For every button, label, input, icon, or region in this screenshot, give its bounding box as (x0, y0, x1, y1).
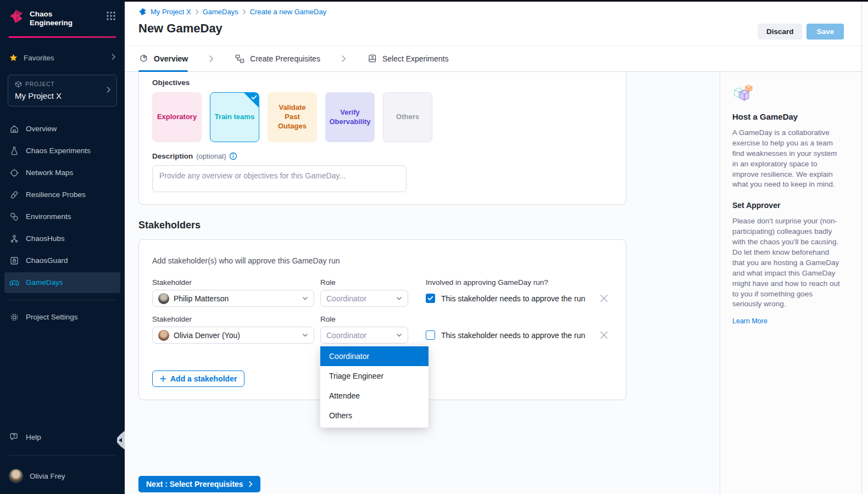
role-select-1[interactable]: Coordinator (320, 290, 408, 307)
app-grid-icon[interactable] (106, 9, 116, 23)
objectives-label: Objectives (152, 78, 613, 87)
sidebar-item-environments[interactable]: Environments (4, 206, 120, 227)
avatar (9, 469, 23, 483)
sidebar-item-help[interactable]: Help (4, 426, 120, 447)
role-option-coordinator[interactable]: Coordinator (320, 346, 429, 366)
stakeholder-select-1[interactable]: Philip Matterson (152, 290, 314, 307)
role-option-triage-engineer[interactable]: Triage Engineer (320, 366, 429, 386)
hexagon-gear-icon (138, 54, 149, 64)
tab-overview[interactable]: Overview (138, 46, 188, 71)
brand-accent-rule (9, 36, 116, 38)
favorites-row[interactable]: Favorites (0, 53, 125, 63)
approve-checkbox-2[interactable] (426, 330, 435, 340)
breadcrumb: My Project X GameDays Create a new GameD… (138, 8, 835, 16)
form-column: Objectives Exploratory Train teams Valid… (125, 72, 720, 494)
col-role: Role (320, 278, 426, 287)
chevron-right-icon (341, 55, 346, 63)
wizard-tabs: Overview Create Prerequisites Select Exp… (125, 46, 868, 72)
discard-button[interactable]: Discard (758, 24, 803, 40)
help-subtitle: Set Approver (732, 201, 843, 210)
role-select-2[interactable]: Coordinator (320, 327, 408, 344)
breadcrumb-project[interactable]: My Project X (151, 8, 191, 16)
stakeholder-row: Olivia Denver (You) Coordinator Coordina… (152, 327, 613, 344)
cubes-illustration-icon (732, 84, 754, 103)
divider (9, 300, 116, 300)
project-name: My Project X (15, 91, 110, 100)
sidebar-item-network-maps[interactable]: Network Maps (4, 162, 120, 183)
description-label-row: Description (optional) (152, 152, 613, 160)
sidebar-item-resilience-probes[interactable]: Resilience Probes (4, 184, 120, 205)
sidebar-item-chaoshubs[interactable]: ChaosHubs (4, 228, 120, 249)
remove-stakeholder-icon[interactable] (600, 331, 608, 339)
page-header: My Project X GameDays Create a new GameD… (125, 2, 868, 46)
learn-more-link[interactable]: Learn More (732, 317, 767, 325)
avatar (158, 330, 169, 341)
add-stakeholder-button[interactable]: Add a stakeholder (152, 370, 244, 387)
sidebar-item-project-settings[interactable]: Project Settings (4, 307, 120, 328)
description-input[interactable] (152, 165, 407, 192)
chevron-right-icon (248, 481, 253, 487)
app-root: Chaos Engineering Favorites (0, 0, 868, 494)
stakeholders-panel: Add stakeholder(s) who will approve this… (138, 239, 626, 400)
objective-card-others[interactable]: Others (383, 92, 432, 142)
save-button[interactable]: Save (806, 24, 844, 40)
objective-cards: Exploratory Train teams Validate Past Ou… (152, 92, 613, 142)
scrollbar[interactable] (861, 2, 868, 494)
gear-icon (9, 312, 19, 322)
stakeholder-select-2[interactable]: Olivia Denver (You) (152, 327, 314, 344)
info-icon[interactable] (229, 152, 237, 160)
chevron-right-icon (242, 9, 246, 15)
project-label: PROJECT (25, 81, 55, 87)
favorites-label: Favorites (24, 54, 54, 62)
sidebar-item-gamedays[interactable]: GameDays (4, 272, 120, 293)
help-paragraph-2: Please don't surprise your (non-particip… (732, 216, 843, 310)
role-option-others[interactable]: Others (320, 406, 429, 425)
next-select-prerequisites-button[interactable]: Next : Select Prerequisites (138, 476, 260, 492)
home-icon (9, 124, 19, 134)
user-name: Olivia Frey (30, 472, 65, 480)
approve-checkbox-1[interactable] (426, 294, 435, 303)
role-option-attendee[interactable]: Attendee (320, 386, 429, 406)
tab-create-prerequisites[interactable]: Create Prerequisites (235, 46, 320, 71)
col-role: Role (320, 315, 426, 323)
remove-stakeholder-icon[interactable] (600, 294, 608, 302)
col-stakeholder: Stakeholder (152, 315, 320, 323)
gamepad-icon (9, 278, 19, 288)
col-involved: Involved in approving GameDay run? (426, 278, 548, 287)
star-icon (9, 53, 18, 63)
approve-label-1: This stakeholder needs to approve the ru… (441, 294, 585, 303)
tab-select-experiments[interactable]: Select Experiments (367, 46, 449, 71)
brand-title: Chaos Engineering (30, 9, 101, 27)
approve-label-2: This stakeholder needs to approve the ru… (441, 331, 585, 340)
breadcrumb-gamedays[interactable]: GameDays (203, 8, 238, 16)
divider (9, 455, 116, 456)
network-icon (9, 168, 19, 178)
chevron-right-icon (195, 9, 199, 15)
description-optional: (optional) (196, 152, 226, 160)
objective-card-validate-past-outages[interactable]: Validate Past Outages (268, 92, 317, 142)
sidebar: Chaos Engineering Favorites (0, 0, 125, 494)
environments-icon (9, 212, 19, 222)
sidebar-item-overview[interactable]: Overview (4, 119, 120, 139)
objective-card-train-teams[interactable]: Train teams (210, 92, 259, 142)
overview-panel: Objectives Exploratory Train teams Valid… (138, 72, 626, 205)
objective-card-verify-observability[interactable]: Verify Obervability (325, 92, 375, 142)
page-body: Objectives Exploratory Train teams Valid… (125, 72, 868, 494)
chevron-left-icon (119, 438, 122, 442)
chevron-down-icon (396, 333, 402, 338)
user-menu[interactable]: Olivia Frey (0, 462, 125, 494)
flow-tree-icon (235, 54, 245, 64)
objective-card-exploratory[interactable]: Exploratory (152, 92, 202, 142)
avatar (158, 293, 169, 304)
hub-icon (9, 234, 19, 244)
sidebar-item-chaos-experiments[interactable]: Chaos Experiments (4, 141, 120, 161)
help-chat-icon (9, 432, 19, 442)
help-panel: Host a GameDay A GameDay is a collaborat… (720, 72, 861, 494)
project-selector[interactable]: PROJECT My Project X (8, 75, 117, 106)
cube-icon (15, 81, 22, 88)
help-paragraph-1: A GameDay is a collaborative exercise to… (732, 128, 843, 190)
breadcrumb-create[interactable]: Create a new GameDay (250, 8, 326, 16)
col-stakeholder: Stakeholder (152, 278, 320, 287)
flask-icon (9, 146, 19, 156)
sidebar-item-chaosguard[interactable]: ChaosGuard (4, 250, 120, 271)
